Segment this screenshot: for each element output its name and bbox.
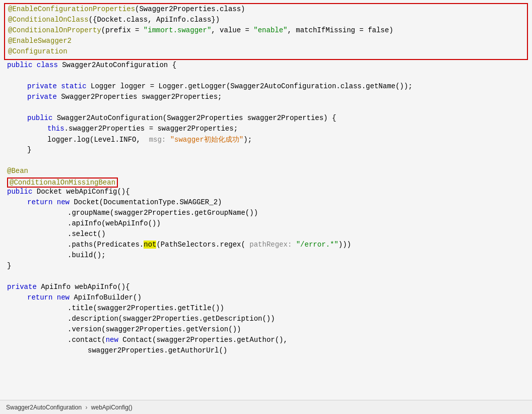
code-line: } — [0, 146, 532, 156]
code-line: this.swagger2Properties = swagger2Proper… — [0, 125, 532, 135]
code-line: .contact(new Contact(swagger2Properties.… — [0, 336, 532, 346]
code-line: private Swagger2Properties swagger2Prope… — [0, 93, 532, 103]
code-line: .title(swagger2Properties.getTitle()) — [0, 304, 532, 315]
code-line: public Docket webApiConfig(){ — [0, 188, 532, 198]
conditional-missing-bean-line: @ConditionalOnMissingBean — [0, 178, 532, 188]
code-line-blank — [0, 103, 532, 114]
editor-container: @EnableConfigurationProperties(Swagger2P… — [0, 0, 532, 414]
code-line: @Configuration — [8, 47, 524, 58]
status-bar: Swagger2AutoConfiguration › webApiConfig… — [0, 400, 532, 414]
breadcrumb: Swagger2AutoConfiguration › webApiConfig… — [6, 404, 132, 411]
code-line-blank — [0, 156, 532, 167]
code-line: public Swagger2AutoConfiguration(Swagger… — [0, 114, 532, 125]
highlight-not: not — [144, 241, 156, 249]
code-line: public class Swagger2AutoConfiguration { — [0, 61, 532, 72]
code-line: @EnableSwagger2 — [8, 37, 524, 47]
code-line: } — [0, 262, 532, 272]
breadcrumb-separator: › — [85, 404, 87, 411]
code-area[interactable]: @EnableConfigurationProperties(Swagger2P… — [0, 0, 532, 400]
code-line: .select() — [0, 230, 532, 241]
code-line: logger.log(Level.INFO, msg: "swagger初始化成… — [0, 135, 532, 146]
code-line: private ApiInfo webApiInfo(){ — [0, 283, 532, 293]
breadcrumb-class: Swagger2AutoConfiguration — [6, 404, 82, 411]
breadcrumb-method: webApiConfig() — [91, 404, 132, 411]
code-line-blank — [0, 72, 532, 82]
code-line: .groupName(swagger2Properties.getGroupNa… — [0, 209, 532, 219]
code-line: return new ApiInfoBuilder() — [0, 293, 532, 304]
code-line: @EnableConfigurationProperties(Swagger2P… — [8, 5, 524, 16]
code-line: .apiInfo(webApiInfo()) — [0, 219, 532, 230]
code-line: return new Docket(DocumentationType.SWAG… — [0, 198, 532, 209]
code-line: .description(swagger2Properties.getDescr… — [0, 315, 532, 325]
code-line: .build(); — [0, 251, 532, 262]
code-line: @ConditionalOnClass({Docket.class, ApiIn… — [8, 16, 524, 26]
code-line: .paths(Predicates.not(PathSelectors.rege… — [0, 241, 532, 251]
code-line: private static Logger logger = Logger.ge… — [0, 82, 532, 93]
code-line: @Bean — [0, 167, 532, 178]
annotation-missing-bean-box: @ConditionalOnMissingBean — [7, 178, 118, 188]
code-line: @ConditionalOnProperty(prefix = "immort.… — [8, 26, 524, 37]
code-line: .version(swagger2Properties.getVersion()… — [0, 325, 532, 336]
code-line: swagger2Properties.getAuthorUrl() — [0, 346, 532, 357]
code-line-blank — [0, 272, 532, 283]
annotation-group-box: @EnableConfigurationProperties(Swagger2P… — [4, 3, 528, 60]
